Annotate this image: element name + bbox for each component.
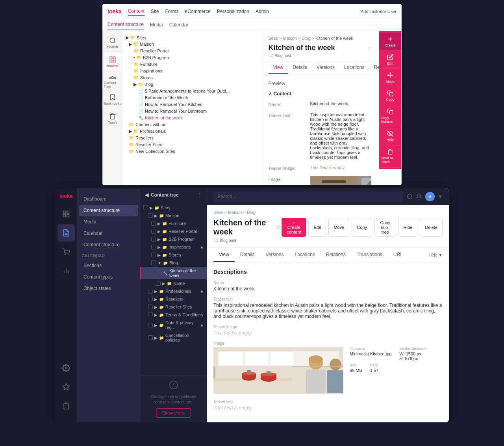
btree-terms-check[interactable]: [148, 312, 153, 317]
tree-professionals[interactable]: ▶ 📁 Professionals: [122, 128, 262, 135]
btree-reseller-sites-check[interactable]: [148, 305, 153, 309]
toolbar-move-btn[interactable]: Move: [379, 69, 401, 87]
tree-new-collection[interactable]: 📁 New Collection Sites: [122, 148, 262, 155]
subnav-content-structure[interactable]: Content structure: [107, 19, 144, 30]
btree-kitchen-week-row[interactable]: 🔧 Kitchen of the week: [140, 267, 207, 279]
bottom-nav-dashboard[interactable]: [57, 205, 75, 223]
tree-reseller-sites[interactable]: 📁 Reseller Sites: [122, 141, 262, 148]
sidebar-object-states[interactable]: Object states: [79, 283, 138, 294]
copy-btn[interactable]: Copy: [352, 218, 372, 237]
tree-more-icon[interactable]: ⋮: [197, 192, 202, 198]
btree-sites-check[interactable]: [143, 205, 148, 210]
bottom-tab-locations[interactable]: Locations: [289, 248, 321, 262]
sidebar-dashboard[interactable]: Dashboard: [79, 193, 138, 204]
btree-name-check[interactable]: [156, 281, 161, 286]
content-tree-sidebar-btn[interactable]: Content Tree: [104, 72, 121, 89]
bottom-nav-content[interactable]: [57, 224, 75, 242]
tree-root-sites[interactable]: ▶📁 Sites: [122, 34, 262, 41]
bottom-favorite-icon[interactable]: ☆: [276, 224, 282, 231]
tree-inspirations[interactable]: 📁 Inspirations: [122, 68, 262, 74]
toolbar-hide-btn[interactable]: Hide: [379, 127, 401, 145]
btree-kitchen-week-check[interactable]: [157, 271, 161, 275]
bottom-tab-url[interactable]: URL: [388, 248, 408, 262]
tree-reseller-portal[interactable]: 📁 Reseller Portal: [122, 48, 262, 54]
tab-versions[interactable]: Versions: [312, 61, 339, 74]
sidebar-media[interactable]: Media: [79, 216, 138, 227]
sidebar-content-structure[interactable]: Content structure: [79, 205, 138, 216]
btree-inspirations-check[interactable]: [151, 245, 156, 249]
create-content-btn[interactable]: + Create content: [282, 218, 306, 237]
btree-maison-expand[interactable]: ▶: [154, 214, 158, 218]
bottom-nav-analytics[interactable]: [57, 262, 75, 279]
copy-subtree-btn[interactable]: Copy sub-tree: [374, 218, 396, 237]
tab-details[interactable]: Details: [288, 61, 312, 74]
nav-content[interactable]: Content: [128, 7, 145, 16]
edit-btn[interactable]: Edit: [308, 218, 326, 237]
bookmarks-sidebar-btn[interactable]: Bookmarks: [104, 91, 121, 108]
sidebar-calendar[interactable]: Calendar: [79, 228, 138, 239]
nav-personalization[interactable]: Personalization: [217, 7, 249, 16]
subnav-media[interactable]: Media: [150, 20, 163, 30]
bottom-nav-favorites[interactable]: [57, 378, 75, 396]
breadcrumb-sites[interactable]: Sites: [213, 210, 223, 215]
tree-back-icon[interactable]: ◀: [145, 192, 148, 198]
bottom-nav-ecommerce[interactable]: [57, 243, 75, 260]
sidebar-sections[interactable]: Sections: [79, 260, 138, 271]
bottom-tab-translations[interactable]: Translations: [351, 248, 388, 262]
show-drafts-button[interactable]: Show drafts: [156, 408, 191, 418]
tree-b2b-program[interactable]: • 📁 B2B Program: [122, 54, 262, 61]
search-input[interactable]: [213, 191, 403, 202]
btree-maison-check[interactable]: [148, 213, 153, 218]
tree-maison[interactable]: ▶ 📁 Maison: [122, 41, 262, 48]
btree-cancellation-check[interactable]: [148, 335, 153, 340]
trash-sidebar-btn[interactable]: Trash: [104, 110, 121, 127]
bottom-tab-relations[interactable]: Relations: [321, 248, 351, 262]
btree-sites-expand[interactable]: ▶: [150, 206, 153, 210]
btree-furniture-check[interactable]: [151, 221, 156, 226]
tree-stores[interactable]: 📁 Stores: [122, 74, 262, 81]
tree-resellers[interactable]: 📁 Resellers: [122, 135, 262, 141]
btree-blog-check[interactable]: [151, 260, 156, 265]
tab-view[interactable]: View: [269, 61, 288, 74]
delete-btn[interactable]: Delete: [420, 218, 443, 237]
toolbar-trash-btn[interactable]: Send to Trash: [379, 145, 401, 167]
browse-sidebar-btn[interactable]: Browse: [104, 53, 121, 71]
nav-admin[interactable]: Admin: [256, 7, 269, 16]
btree-reseller-portal-check[interactable]: [151, 229, 156, 234]
bottom-nav-trash[interactable]: [57, 397, 75, 414]
sidebar-content-structure-2[interactable]: Content structure: [79, 239, 138, 250]
hide-btn[interactable]: Hide: [398, 218, 418, 237]
nav-site[interactable]: Site: [151, 7, 159, 16]
tree-patio[interactable]: 📄 5 Patio Arrangements to Inspire Your O…: [122, 88, 262, 95]
sidebar-content-types[interactable]: Content types: [79, 271, 138, 282]
bottom-tab-view[interactable]: View: [213, 248, 235, 262]
tree-connect[interactable]: 📁 Connect with us: [122, 121, 262, 128]
bottom-tab-details[interactable]: Details: [235, 248, 260, 262]
tree-bathroom-week[interactable]: 📄 Bathroom of the Week: [122, 95, 262, 101]
move-btn[interactable]: Move: [328, 218, 349, 237]
favorite-icon[interactable]: ☆: [367, 45, 371, 51]
user-avatar[interactable]: A: [425, 192, 435, 201]
btree-b2b-check[interactable]: [151, 237, 156, 242]
tree-blog[interactable]: ▶ 📁 Blog: [122, 81, 262, 88]
subnav-calendar[interactable]: Calendar: [169, 20, 189, 30]
bottom-nav-settings[interactable]: [57, 359, 75, 377]
tree-remodel-kitchen[interactable]: 📄 How to Remodel Your Kitchen: [122, 101, 262, 108]
tree-kitchen-week[interactable]: 🔧 Kitchen of the week: [122, 115, 262, 121]
breadcrumb-maison[interactable]: Maison: [228, 210, 242, 215]
nav-forms[interactable]: Forms: [165, 7, 179, 16]
notifications-icon[interactable]: [416, 193, 422, 200]
toolbar-copy-btn[interactable]: Copy: [379, 87, 401, 105]
btree-professionals-check[interactable]: [148, 289, 153, 294]
chevron-down-icon[interactable]: ▼: [438, 194, 443, 199]
toolbar-copy-subtree-btn[interactable]: Copy Subtree: [379, 105, 401, 127]
btree-stores-check[interactable]: [151, 253, 156, 257]
bottom-hide-toggle[interactable]: Hide ▼: [428, 253, 443, 257]
bottom-tab-versions[interactable]: Versions: [260, 248, 289, 262]
nav-ecommerce[interactable]: eCommerce: [185, 7, 211, 16]
btree-resellers-check[interactable]: [148, 297, 153, 301]
btree-data-privacy-check[interactable]: [148, 323, 153, 327]
toolbar-edit-btn[interactable]: Edit: [379, 51, 401, 69]
tab-locations[interactable]: Locations: [339, 61, 369, 74]
tree-remodel-bathroom[interactable]: 📄 How to Remodel Your Bathroom: [122, 108, 262, 115]
